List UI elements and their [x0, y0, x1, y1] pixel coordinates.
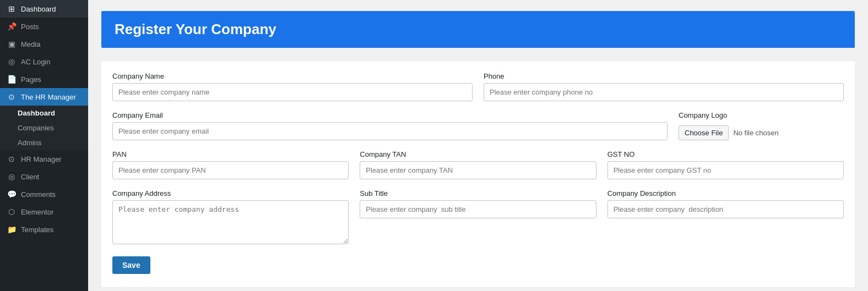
form-row-2: Company Email Company Logo Choose File N…: [112, 111, 844, 140]
sidebar-item-label: Elementor: [21, 208, 53, 216]
sidebar-item-label: Comments: [21, 190, 56, 199]
sub-title-input[interactable]: [360, 200, 596, 218]
form-row-4: Company Address Sub Title Company Descri…: [112, 189, 844, 244]
pan-input[interactable]: [112, 161, 349, 179]
hr-manager-2-icon: ⊙: [7, 155, 17, 163]
phone-input[interactable]: [484, 83, 844, 101]
sub-title-label: Sub Title: [360, 189, 596, 197]
sidebar: ⊞ Dashboard 📌 Posts ▣ Media ◎ AC Login 📄…: [0, 0, 88, 291]
company-address-label: Company Address: [112, 189, 349, 197]
company-email-label: Company Email: [112, 111, 668, 119]
sidebar-item-dashboard[interactable]: ⊞ Dashboard: [0, 0, 88, 18]
sidebar-item-label: Media: [21, 40, 40, 48]
form-row-1: Company Name Phone: [112, 72, 844, 101]
form-group-gst-no: GST NO: [607, 150, 844, 179]
sidebar-item-ac-login[interactable]: ◎ AC Login: [0, 53, 88, 70]
company-email-input[interactable]: [112, 122, 668, 140]
company-logo-label: Company Logo: [679, 111, 844, 119]
posts-icon: 📌: [7, 22, 17, 31]
sidebar-item-label: Templates: [21, 226, 53, 234]
sidebar-submenu-item-admins[interactable]: Admins: [0, 135, 88, 150]
comments-icon: 💬: [7, 190, 17, 199]
hr-manager-icon: ⊙: [7, 92, 17, 101]
no-file-label: No file chosen: [733, 129, 778, 137]
company-name-label: Company Name: [112, 72, 473, 80]
sidebar-submenu-item-dashboard[interactable]: Dashboard: [0, 106, 88, 120]
dashboard-icon: ⊞: [7, 4, 17, 13]
sidebar-item-hr-manager[interactable]: ⊙ The HR Manager: [0, 88, 88, 106]
form-group-phone: Phone: [484, 72, 844, 101]
sidebar-item-label: Client: [21, 173, 39, 181]
company-tan-input[interactable]: [360, 161, 596, 179]
sidebar-item-pages[interactable]: 📄 Pages: [0, 70, 88, 88]
submenu-label: Admins: [18, 139, 41, 147]
sidebar-item-media[interactable]: ▣ Media: [0, 35, 88, 53]
sidebar-item-comments[interactable]: 💬 Comments: [0, 185, 88, 203]
sidebar-item-label: The HR Manager: [21, 93, 76, 101]
page-title: Register Your Company: [115, 21, 842, 38]
ac-login-icon: ◎: [7, 57, 17, 66]
pages-icon: 📄: [7, 75, 17, 84]
form-group-sub-title: Sub Title: [360, 189, 596, 244]
media-icon: ▣: [7, 40, 17, 48]
submenu-label: Dashboard: [18, 109, 55, 117]
sidebar-item-label: AC Login: [21, 58, 50, 66]
gst-no-input[interactable]: [607, 161, 844, 179]
form-group-company-tan: Company TAN: [360, 150, 596, 179]
sidebar-submenu-item-companies[interactable]: Companies: [0, 120, 88, 135]
form-group-pan: PAN: [112, 150, 349, 179]
choose-file-button[interactable]: Choose File: [679, 125, 729, 140]
company-name-input[interactable]: [112, 83, 473, 101]
company-description-input[interactable]: [607, 200, 844, 218]
phone-label: Phone: [484, 72, 844, 80]
sidebar-item-label: HR Manager: [21, 155, 62, 163]
sidebar-item-label: Dashboard: [21, 5, 56, 13]
sidebar-item-client[interactable]: ◎ Client: [0, 168, 88, 185]
sidebar-item-label: Pages: [21, 75, 41, 84]
templates-icon: 📁: [7, 225, 17, 234]
elementor-icon: ⬡: [7, 207, 17, 216]
pan-label: PAN: [112, 150, 349, 158]
save-button[interactable]: Save: [112, 256, 150, 274]
form-group-company-email: Company Email: [112, 111, 668, 140]
company-description-label: Company Description: [607, 189, 844, 197]
page-header: Register Your Company: [101, 11, 855, 48]
register-company-form: Company Name Phone Company Email Company…: [101, 61, 855, 287]
sidebar-item-elementor[interactable]: ⬡ Elementor: [0, 203, 88, 221]
company-tan-label: Company TAN: [360, 150, 596, 158]
file-input-wrapper: Choose File No file chosen: [679, 125, 844, 140]
main-content: Register Your Company Company Name Phone…: [88, 0, 868, 291]
client-icon: ◎: [7, 172, 17, 181]
form-group-company-logo: Company Logo Choose File No file chosen: [679, 111, 844, 140]
sidebar-item-label: Posts: [21, 23, 39, 31]
sidebar-item-posts[interactable]: 📌 Posts: [0, 18, 88, 35]
submenu-label: Companies: [18, 124, 54, 132]
gst-no-label: GST NO: [607, 150, 844, 158]
form-group-company-name: Company Name: [112, 72, 473, 101]
company-address-input[interactable]: [112, 200, 349, 244]
sidebar-item-hr-manager-2[interactable]: ⊙ HR Manager: [0, 150, 88, 168]
form-group-company-address: Company Address: [112, 189, 349, 244]
form-group-company-description: Company Description: [607, 189, 844, 244]
sidebar-item-templates[interactable]: 📁 Templates: [0, 221, 88, 238]
sidebar-submenu: Dashboard Companies Admins: [0, 106, 88, 150]
form-row-3: PAN Company TAN GST NO: [112, 150, 844, 179]
